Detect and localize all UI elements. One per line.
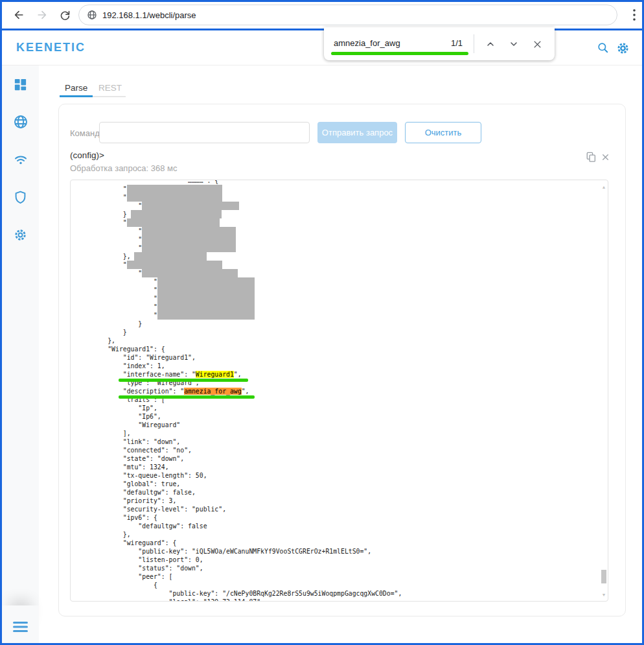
gear-icon [13,228,28,242]
code-line: }, [77,252,402,261]
code-line: "index": 1, [77,362,402,370]
sidebar-menu-toggle[interactable] [2,616,39,638]
code-text: "wireguard": { [77,539,176,546]
output-scrollbar[interactable]: ▲ ▼ [600,180,608,601]
code-text: " [77,270,142,277]
divider [474,34,474,53]
code-block: "…………": { " " " } " " " " }, " " " [71,180,402,602]
sidebar-item-wifi[interactable] [2,148,39,170]
code-text: " [77,278,157,285]
find-match-active: amnezia_for_awg [184,388,241,395]
code-line: "wireguard": { [77,539,402,547]
code-line: "tx-queue-length": 50, [77,471,402,480]
screen: 192.168.1.1/webcli/parse KEENETIC amnezi… [0,0,644,645]
code-text: ", [242,388,249,395]
sidebar-item-dashboard[interactable] [2,73,39,95]
code-text: " [77,194,127,201]
code-line: " [77,277,402,286]
code-text: "link": "down", [77,438,180,445]
hamburger-icon [13,622,28,632]
code-line: "id": "Wireguard1", [77,353,402,362]
code-text: "defaultgw": false, [77,489,196,496]
find-query-input[interactable]: amnezia_for_awg [334,38,400,48]
code-text: } [77,211,131,218]
code-line: " [77,235,402,244]
code-text: "id": "Wireguard1", [77,354,196,361]
code-text: "description": " [77,388,184,395]
code-text: { [77,581,157,589]
scroll-down-icon[interactable]: ▼ [600,590,608,599]
code-line: "listen-port": 0, [77,556,402,564]
code-line: } [77,320,402,328]
code-line: "public-key": "iQL5WOa/eWCanuNMFkYf9VooS… [77,547,402,556]
redacted-block [142,227,236,235]
code-text: } [77,329,127,336]
redacted-block [127,261,222,269]
code-text: "listen-port": 0, [77,556,203,563]
code-text: "security-level": "public", [77,506,226,513]
redacted-block [127,193,222,202]
tab-rest[interactable]: REST [98,83,122,93]
sidebar-item-management[interactable] [2,224,39,246]
url-text: 192.168.1.1/webcli/parse [102,10,196,20]
find-next-icon[interactable] [505,35,523,53]
find-match: Wireguard1 [196,371,234,378]
refresh-icon[interactable] [54,5,75,25]
code-line: } [77,328,402,336]
scrollbar-thumb[interactable] [601,570,606,583]
code-text: ], [77,430,131,437]
redacted-block [157,277,255,286]
code-line: "defaultgw": false [77,522,402,530]
code-text: "public-key": "iQL5WOa/eWCanuNMFkYf9VooS… [77,548,371,555]
command-input[interactable] [99,122,310,143]
code-text: "global": true, [77,480,180,487]
code-text: "state": "down", [77,455,184,462]
code-line: "Wireguard" [77,421,402,429]
redacted-block [157,286,255,294]
copy-icon[interactable] [586,152,596,163]
code-text: "ipv6": { [77,514,157,521]
code-text: "tx-queue-length": 50, [77,472,207,479]
search-icon[interactable] [595,40,612,56]
browser-menu-icon[interactable] [626,6,643,24]
clear-button[interactable]: Очистить [405,122,481,143]
sidebar-item-internet[interactable] [2,111,39,133]
code-line: }, [77,336,402,345]
sidebar-footer [2,605,39,643]
back-icon[interactable] [8,5,29,25]
code-text: "defaultgw": false [77,522,207,530]
url-bar[interactable]: 192.168.1.1/webcli/parse [78,5,617,25]
code-line: " [77,269,402,277]
request-status: Обработка запроса: 368 мс [70,163,178,173]
redacted-block [157,303,255,311]
code-line: "Ip", [77,404,402,412]
forward-icon[interactable] [32,5,52,25]
code-line: ], [77,429,402,438]
tab-idle-underline [93,96,126,97]
scroll-up-icon[interactable]: ▲ [600,182,608,191]
redacted-block [142,244,236,252]
tab-parse[interactable]: Parse [65,83,87,93]
code-line: } [77,210,402,218]
sidebar-item-security[interactable] [2,186,39,208]
code-text: " [77,219,127,226]
find-previous-icon[interactable] [481,35,500,53]
code-line: { [77,581,402,589]
code-line: "status": "down", [77,564,402,572]
code-line: }, [77,530,402,539]
code-line: "public-key": "/cNePy0BRqKg22Re8rS5u9w5i… [77,589,402,598]
wifi-icon [13,152,29,167]
code-text: " [77,287,157,294]
settings-gear-icon[interactable] [614,40,631,56]
send-request-button[interactable]: Отправить запрос [317,122,397,143]
annotation-underline [119,395,255,399]
code-text: " [77,312,157,319]
code-line: " [77,261,402,269]
annotation-underline-find [331,52,468,55]
code-line: "Ip6", [77,412,402,421]
close-output-icon[interactable] [601,153,610,161]
code-line: "interface-name": "Wireguard1", [77,370,402,379]
annotation-underline [119,379,248,382]
find-close-icon[interactable] [528,35,546,53]
redacted-block [142,269,238,277]
